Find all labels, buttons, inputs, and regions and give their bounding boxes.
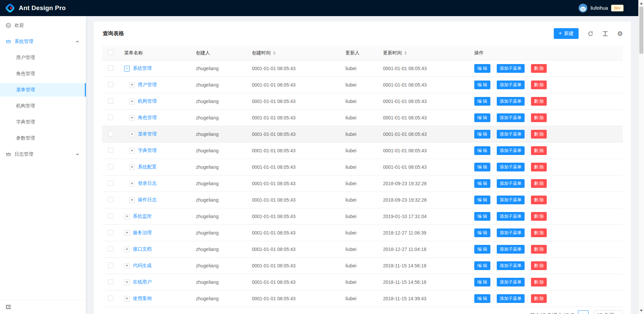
scrollbar-thumb[interactable] [639, 7, 643, 54]
add-submenu-button[interactable]: 添加子菜单 [497, 196, 525, 204]
add-submenu-button[interactable]: 添加子菜单 [497, 163, 525, 171]
sidebar-item-role-management[interactable]: 角色管理 [0, 67, 86, 81]
row-checkbox[interactable] [108, 164, 113, 169]
delete-button[interactable]: 删 除 [531, 245, 547, 254]
menu-name-link[interactable]: 系统监控 [133, 213, 152, 219]
logo[interactable]: Ant Design Pro [5, 3, 66, 13]
row-checkbox[interactable] [108, 65, 113, 71]
row-checkbox[interactable] [108, 296, 113, 301]
expand-row-icon[interactable]: + [129, 164, 135, 170]
menu-name-link[interactable]: 服务治理 [133, 230, 152, 236]
expand-row-icon[interactable]: + [129, 99, 135, 104]
expand-row-icon[interactable]: + [124, 247, 130, 252]
menu-name-link[interactable]: 系统配置 [138, 164, 157, 170]
edit-button[interactable]: 编 辑 [474, 130, 490, 139]
delete-button[interactable]: 删 除 [531, 196, 547, 204]
menu-name-link[interactable]: 系统管理 [133, 65, 152, 71]
sidebar-item-dict-management[interactable]: 字典管理 [0, 115, 86, 129]
select-all-checkbox[interactable] [108, 50, 113, 55]
edit-button[interactable]: 编 辑 [474, 179, 490, 188]
pagination-page-1[interactable]: 1 [578, 310, 589, 314]
delete-button[interactable]: 删 除 [531, 212, 547, 221]
density-icon[interactable] [602, 31, 608, 37]
row-checkbox[interactable] [108, 197, 113, 202]
expand-row-icon[interactable]: + [124, 214, 130, 219]
add-submenu-button[interactable]: 添加子菜单 [497, 81, 525, 89]
add-submenu-button[interactable]: 添加子菜单 [497, 278, 525, 286]
edit-button[interactable]: 编 辑 [474, 146, 490, 155]
delete-button[interactable]: 删 除 [531, 97, 547, 106]
edit-button[interactable]: 编 辑 [474, 212, 490, 221]
delete-button[interactable]: 删 除 [531, 130, 547, 139]
edit-button[interactable]: 编 辑 [474, 294, 490, 303]
expand-row-icon[interactable]: + [124, 279, 130, 285]
expand-row-icon[interactable]: + [129, 115, 135, 121]
expand-row-icon[interactable]: + [129, 132, 135, 137]
sidebar-item-org-management[interactable]: 机构管理 [0, 99, 86, 113]
delete-button[interactable]: 删 除 [531, 261, 547, 270]
add-submenu-button[interactable]: 添加子菜单 [497, 228, 525, 237]
sidebar-item-user-management[interactable]: 用户管理 [0, 51, 86, 64]
delete-button[interactable]: 删 除 [531, 294, 547, 303]
row-checkbox[interactable] [108, 180, 113, 186]
edit-button[interactable]: 编 辑 [474, 163, 490, 171]
add-submenu-button[interactable]: 添加子菜单 [497, 130, 525, 139]
add-submenu-button[interactable]: 添加子菜单 [497, 261, 525, 270]
menu-name-link[interactable]: 操作日志 [138, 197, 157, 203]
row-checkbox[interactable] [108, 230, 113, 235]
edit-button[interactable]: 编 辑 [474, 113, 490, 122]
menu-name-link[interactable]: 在线用户 [133, 279, 152, 285]
menu-name-link[interactable]: 代码生成 [133, 263, 152, 269]
add-submenu-button[interactable]: 添加子菜单 [497, 64, 525, 73]
user-avatar-icon[interactable] [579, 4, 587, 12]
edit-button[interactable]: 编 辑 [474, 196, 490, 204]
settings-gear-icon[interactable]: ⚙ [617, 31, 623, 37]
page-size-select[interactable]: 15 条/页 [594, 310, 623, 314]
collapse-row-icon[interactable]: − [124, 66, 130, 71]
expand-row-icon[interactable]: + [129, 197, 135, 203]
new-button[interactable]: + 新建 [554, 28, 579, 39]
expand-row-icon[interactable]: + [124, 230, 130, 236]
edit-button[interactable]: 编 辑 [474, 245, 490, 254]
delete-button[interactable]: 删 除 [531, 163, 547, 171]
delete-button[interactable]: 删 除 [531, 64, 547, 73]
menu-name-link[interactable]: 用户管理 [138, 82, 157, 88]
add-submenu-button[interactable]: 添加子菜单 [497, 97, 525, 106]
scrollbar-up-arrow-icon[interactable] [640, 2, 643, 4]
row-checkbox[interactable] [108, 131, 113, 137]
menu-name-link[interactable]: 菜单管理 [138, 131, 157, 137]
row-checkbox[interactable] [108, 82, 113, 87]
row-checkbox[interactable] [108, 279, 113, 284]
menu-name-link[interactable]: 字典管理 [138, 148, 157, 154]
edit-button[interactable]: 编 辑 [474, 97, 490, 106]
sidebar-submenu-log-management[interactable]: 日志管理 [0, 148, 86, 161]
scrollbar-down-arrow-icon[interactable] [640, 310, 643, 312]
add-submenu-button[interactable]: 添加子菜单 [497, 113, 525, 122]
column-header-updated-sortable[interactable]: 更新时间 [383, 50, 474, 56]
menu-fold-icon[interactable] [5, 304, 11, 310]
delete-button[interactable]: 删 除 [531, 81, 547, 89]
expand-row-icon[interactable]: + [124, 263, 130, 269]
expand-row-icon[interactable]: + [124, 296, 130, 302]
row-checkbox[interactable] [108, 148, 113, 153]
edit-button[interactable]: 编 辑 [474, 81, 490, 89]
row-checkbox[interactable] [108, 213, 113, 219]
delete-button[interactable]: 删 除 [531, 278, 547, 286]
add-submenu-button[interactable]: 添加子菜单 [497, 245, 525, 254]
edit-button[interactable]: 编 辑 [474, 64, 490, 73]
edit-button[interactable]: 编 辑 [474, 278, 490, 286]
menu-name-link[interactable]: 接口文档 [133, 246, 152, 252]
menu-name-link[interactable]: 使用案例 [133, 296, 152, 302]
add-submenu-button[interactable]: 添加子菜单 [497, 212, 525, 221]
sidebar-item-welcome[interactable]: 欢迎 [0, 19, 86, 32]
column-header-created-sortable[interactable]: 创建时间 [252, 50, 345, 56]
menu-name-link[interactable]: 角色管理 [138, 115, 157, 121]
sidebar-submenu-system-management[interactable]: 系统管理 [0, 35, 86, 48]
edit-button[interactable]: 编 辑 [474, 228, 490, 237]
window-scrollbar[interactable] [638, 0, 644, 314]
add-submenu-button[interactable]: 添加子菜单 [497, 179, 525, 188]
user-name[interactable]: liufeihua [590, 5, 608, 11]
row-checkbox[interactable] [108, 263, 113, 268]
row-checkbox[interactable] [108, 98, 113, 104]
row-checkbox[interactable] [108, 246, 113, 252]
